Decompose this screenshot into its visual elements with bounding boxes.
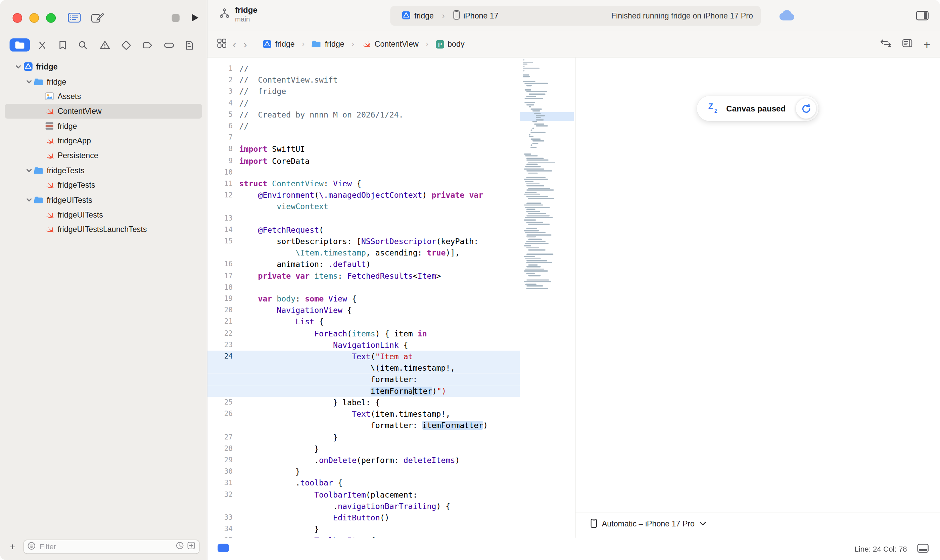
line-number[interactable]: 26 [208, 408, 239, 420]
related-items-button[interactable] [217, 38, 227, 50]
code-line[interactable]: 14 @FetchRequest( [208, 224, 520, 236]
navigator-tab-debug[interactable] [160, 39, 178, 51]
code-line[interactable]: 10 [208, 166, 520, 178]
code-line[interactable]: 15 sortDescriptors: [NSSortDescriptor(ke… [208, 236, 520, 247]
breadcrumb-fridge[interactable]: fridge [308, 39, 348, 49]
line-number[interactable]: 34 [208, 523, 239, 535]
code-review-button[interactable] [880, 39, 892, 49]
tree-item-fridge[interactable]: fridge [5, 118, 202, 133]
tree-item-ContentView[interactable]: ContentView [5, 104, 202, 118]
disclosure-chevron-icon[interactable] [24, 167, 34, 174]
code-line[interactable]: 27 } [208, 431, 520, 443]
line-number[interactable]: 23 [208, 339, 239, 351]
line-number[interactable]: 15 [208, 236, 239, 247]
stop-button[interactable] [170, 13, 181, 26]
line-number[interactable] [208, 201, 239, 212]
code-line[interactable]: itemFormatter)") [208, 385, 520, 397]
code-line[interactable]: 31 .toolbar { [208, 477, 520, 489]
code-line[interactable]: 18 [208, 282, 520, 293]
resume-canvas-button[interactable] [796, 98, 817, 119]
line-number[interactable]: 1 [208, 63, 239, 75]
line-number[interactable]: 20 [208, 305, 239, 316]
line-number[interactable]: 27 [208, 431, 239, 443]
line-number[interactable]: 33 [208, 512, 239, 523]
line-number[interactable]: 30 [208, 466, 239, 477]
code-line[interactable]: 5// Created by nnnn M on 2026/1/24. [208, 109, 520, 120]
tree-item-fridge[interactable]: fridge [5, 74, 202, 89]
code-line[interactable]: 16 animation: .default) [208, 258, 520, 270]
run-button[interactable] [190, 12, 200, 25]
inspector-toggle-button[interactable] [916, 11, 929, 22]
canvas-device-menu[interactable]: Automatic – iPhone 17 Pro [587, 518, 709, 529]
code-line[interactable]: 28 } [208, 443, 520, 454]
breadcrumb-body[interactable]: Pbody [432, 39, 468, 49]
project-branch-block[interactable]: fridge main [220, 5, 257, 23]
code-line[interactable]: 34 } [208, 523, 520, 535]
filter-scope-icon[interactable] [187, 542, 195, 552]
filter-input[interactable] [38, 542, 172, 552]
line-number[interactable]: 8 [208, 144, 239, 155]
code-line[interactable]: 7 [208, 132, 520, 143]
line-number[interactable] [208, 374, 239, 385]
breadcrumb-fridge[interactable]: fridge [259, 39, 298, 49]
code-line[interactable]: 24 Text("Item at [208, 351, 520, 362]
line-number[interactable]: 9 [208, 155, 239, 166]
navigator-tab-source-control[interactable] [34, 38, 51, 52]
code-line[interactable]: 13 [208, 212, 520, 224]
disclosure-chevron-icon[interactable] [24, 197, 34, 203]
minimap[interactable] [520, 57, 575, 537]
tree-item-fridgeUITestsLaunchTests[interactable]: fridgeUITestsLaunchTests [5, 222, 202, 237]
line-number[interactable] [208, 420, 239, 431]
code-line[interactable]: 19 var body: some View { [208, 293, 520, 305]
tree-item-fridgeUITests[interactable]: fridgeUITests [5, 193, 202, 208]
code-line[interactable]: formatter: itemFormatter) [208, 420, 520, 431]
recents-clock-icon[interactable] [175, 542, 184, 552]
line-number[interactable]: 16 [208, 258, 239, 270]
close-button[interactable] [13, 13, 22, 23]
code-line[interactable]: 20 NavigationView { [208, 305, 520, 316]
tree-item-fridgeTests[interactable]: fridgeTests [5, 178, 202, 192]
editor-options-button[interactable] [902, 39, 912, 49]
tree-item-Persistence[interactable]: Persistence [5, 148, 202, 163]
line-number[interactable]: 11 [208, 178, 239, 189]
tree-item-fridgeTests[interactable]: fridgeTests [5, 163, 202, 178]
code-line[interactable]: 29 .onDelete(perform: deleteItems) [208, 454, 520, 466]
zoom-button[interactable] [46, 13, 56, 23]
code-line[interactable]: 35 ToolbarItem { [208, 535, 520, 537]
navigator-tab-bookmarks[interactable] [55, 38, 71, 52]
navigator-tab-find[interactable] [75, 38, 92, 52]
line-number[interactable]: 25 [208, 397, 239, 408]
xcode-cloud-button[interactable] [779, 10, 795, 23]
add-button[interactable]: + [7, 542, 18, 552]
code-line[interactable]: 4// [208, 97, 520, 109]
code-line[interactable]: 1// [208, 63, 520, 75]
navigator-toggle-button[interactable] [66, 11, 82, 26]
forward-button[interactable]: › [242, 38, 248, 49]
code-line[interactable]: formatter: [208, 374, 520, 385]
code-line[interactable]: 22 ForEach(items) { item in [208, 328, 520, 339]
line-number[interactable] [208, 362, 239, 374]
run-destination-menu[interactable]: iPhone 17 [449, 10, 502, 23]
source-editor[interactable]: 1//2// ContentView.swift3// fridge4//5//… [208, 57, 575, 537]
scheme-menu[interactable]: fridge [398, 10, 437, 22]
navigator-tab-issues[interactable] [96, 38, 114, 51]
disclosure-chevron-icon[interactable] [24, 78, 34, 85]
line-number[interactable]: 2 [208, 75, 239, 86]
code-line[interactable]: 2// ContentView.swift [208, 75, 520, 86]
debug-area-toggle-button[interactable] [917, 543, 929, 554]
code-line[interactable]: 3// fridge [208, 86, 520, 97]
navigator-tab-tests[interactable] [117, 38, 135, 52]
line-number[interactable]: 12 [208, 190, 239, 201]
code-line[interactable]: \(item.timestamp!, [208, 362, 520, 374]
minimize-button[interactable] [29, 13, 39, 23]
line-number[interactable]: 32 [208, 489, 239, 500]
navigator-tab-breakpoints[interactable] [138, 38, 157, 51]
line-number[interactable]: 19 [208, 293, 239, 305]
code-line[interactable]: 17 private var items: FetchedResults<Ite… [208, 270, 520, 282]
code-line[interactable]: \Item.timestamp, ascending: true)], [208, 247, 520, 258]
code-line[interactable]: 6// [208, 120, 520, 132]
line-number[interactable]: 13 [208, 212, 239, 224]
navigator-tab-reports[interactable] [182, 38, 197, 52]
line-number[interactable]: 22 [208, 328, 239, 339]
breadcrumb-ContentView[interactable]: ContentView [358, 39, 422, 49]
